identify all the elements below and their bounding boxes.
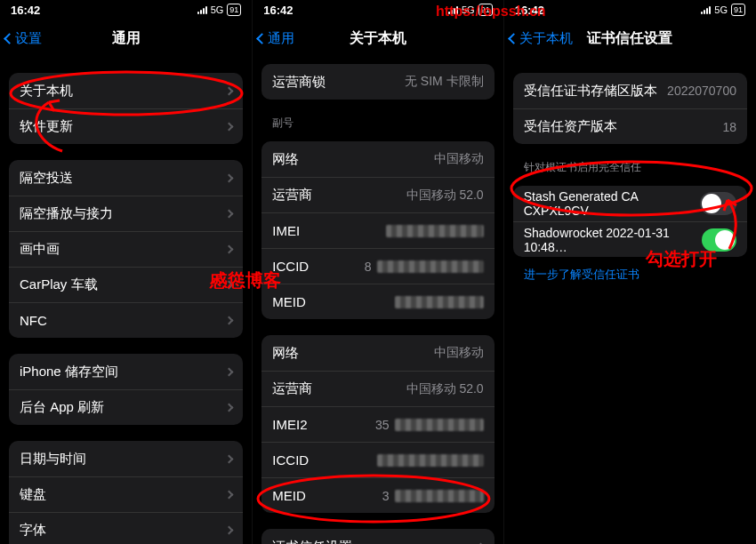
row-iccid[interactable]: ICCID8	[261, 248, 494, 284]
row-label: 受信任资产版本	[524, 118, 617, 135]
row-label: 网络	[272, 151, 299, 168]
row-fonts[interactable]: 字体	[9, 512, 243, 544]
chevron-right-icon	[225, 526, 234, 535]
row-nfc[interactable]: NFC	[9, 302, 243, 338]
row-label: 运营商锁	[272, 74, 326, 91]
row-value: 35	[375, 418, 484, 432]
page-title: 关于本机	[350, 29, 406, 48]
row-carrier-lock[interactable]: 运营商锁 无 SIM 卡限制	[261, 64, 494, 100]
section-header-sim2: 副号	[253, 100, 503, 134]
row-storage[interactable]: iPhone 储存空间	[9, 354, 243, 389]
row-about[interactable]: 关于本机	[9, 73, 243, 108]
row-background-refresh[interactable]: 后台 App 刷新	[9, 389, 243, 425]
back-button[interactable]: 关于本机	[510, 30, 573, 47]
row-value: 中国移动	[434, 345, 484, 361]
row-pip[interactable]: 画中画	[9, 231, 243, 267]
group-sim2: 网络中国移动 运营商中国移动 52.0 IMEI235 ICCID MEID3	[261, 335, 494, 513]
chevron-right-icon	[225, 316, 234, 325]
group-system: 日期与时间 键盘 字体 语言与地区 词典	[9, 441, 243, 544]
redacted-value	[377, 260, 484, 273]
back-button[interactable]: 通用	[258, 30, 294, 47]
redacted-value	[386, 225, 484, 237]
switch-stash-ca[interactable]	[700, 192, 736, 215]
row-label: IMEI2	[272, 417, 307, 432]
back-button[interactable]: 设置	[5, 30, 42, 47]
row-value: 无 SIM 卡限制	[405, 74, 484, 90]
chevron-right-icon	[225, 123, 234, 132]
group-trust-info: 受信任证书存储区版本 2022070700 受信任资产版本 18	[513, 73, 747, 144]
signal-icon	[701, 5, 711, 14]
nav-bar: 通用 关于本机	[253, 20, 503, 57]
screen-general: 16:42 5G 91 设置 通用 关于本机 软件更新	[0, 0, 252, 544]
row-label: 键盘	[20, 486, 46, 503]
row-meid-2[interactable]: MEID3	[261, 477, 494, 513]
learn-more-link[interactable]: 进一步了解受信任证书	[524, 268, 639, 281]
row-trust-store-version: 受信任证书存储区版本 2022070700	[513, 73, 747, 108]
status-bar: 16:42 5G 91	[253, 0, 503, 20]
row-datetime[interactable]: 日期与时间	[9, 441, 243, 476]
row-meid[interactable]: MEID	[261, 284, 494, 319]
chevron-right-icon	[225, 404, 234, 412]
chevron-right-icon	[225, 173, 234, 182]
row-software-update[interactable]: 软件更新	[9, 108, 243, 144]
row-network-2[interactable]: 网络中国移动	[261, 335, 494, 371]
row-carrier[interactable]: 运营商中国移动 52.0	[261, 177, 494, 212]
redacted-value	[377, 454, 484, 467]
nav-bar: 设置 通用	[0, 20, 252, 57]
row-imei[interactable]: IMEI	[261, 212, 494, 248]
row-value: 8	[365, 260, 484, 274]
row-cert-shadowrocket[interactable]: Shadowrocket 2022-01-31 10:48…	[513, 221, 747, 257]
row-airplay[interactable]: 隔空播放与接力	[9, 196, 243, 231]
row-value	[372, 454, 484, 467]
back-label: 设置	[15, 30, 42, 47]
chevron-right-icon	[225, 454, 234, 463]
row-cert-stash[interactable]: Stash Generated CA CXPXL9CV	[513, 186, 747, 221]
signal-icon	[448, 5, 458, 14]
group-sim1: 网络中国移动 运营商中国移动 52.0 IMEI ICCID8 MEID	[261, 141, 494, 319]
group-about: 关于本机 软件更新	[9, 73, 243, 144]
status-time: 16:42	[515, 4, 544, 17]
page-title: 通用	[112, 29, 141, 48]
cert-label: Stash Generated CA CXPXL9CV	[524, 189, 701, 218]
chevron-left-icon	[256, 33, 268, 44]
back-label: 通用	[268, 30, 294, 47]
row-keyboard[interactable]: 键盘	[9, 476, 243, 512]
row-value: 中国移动	[434, 151, 484, 167]
battery-icon: 91	[227, 4, 241, 16]
link-learn-more[interactable]: 进一步了解受信任证书	[504, 257, 756, 292]
row-label: ICCID	[272, 452, 309, 468]
battery-icon: 91	[731, 4, 745, 16]
group-root-certs: Stash Generated CA CXPXL9CV Shadowrocket…	[513, 186, 747, 257]
row-label: 画中画	[20, 241, 60, 258]
row-label: IMEI	[272, 223, 300, 238]
status-time: 16:42	[263, 4, 293, 17]
chevron-right-icon	[225, 491, 234, 500]
row-network[interactable]: 网络中国移动	[261, 141, 494, 177]
row-label: MEID	[272, 488, 306, 503]
row-iccid-2[interactable]: ICCID	[261, 442, 494, 477]
row-trust-asset-version: 受信任资产版本 18	[513, 108, 747, 144]
chevron-left-icon	[508, 33, 519, 44]
back-label: 关于本机	[519, 30, 573, 47]
switch-shadowrocket-ca[interactable]	[702, 228, 736, 252]
row-cert-trust[interactable]: 证书信任设置	[261, 529, 494, 544]
page-title: 证书信任设置	[587, 29, 672, 48]
chevron-right-icon	[225, 210, 234, 219]
row-label: 受信任证书存储区版本	[524, 83, 657, 100]
chevron-right-icon	[225, 281, 234, 290]
redacted-value	[395, 419, 484, 431]
row-carrier-2[interactable]: 运营商中国移动 52.0	[261, 371, 494, 406]
row-label: 隔空投送	[20, 170, 73, 187]
redacted-value	[395, 490, 484, 502]
status-bar: 16:42 5G 91	[504, 0, 756, 20]
row-value: 中国移动 52.0	[406, 381, 484, 397]
signal-icon	[197, 5, 207, 14]
chevron-right-icon	[225, 245, 234, 254]
row-label: 关于本机	[20, 83, 73, 100]
screen-cert-trust: 16:42 5G 91 关于本机 证书信任设置 受信任证书存储区版本 20220…	[504, 0, 756, 544]
row-imei2[interactable]: IMEI235	[261, 406, 494, 442]
row-airdrop[interactable]: 隔空投送	[9, 160, 243, 196]
row-value: 2022070700	[667, 84, 736, 98]
row-label: 网络	[272, 345, 299, 362]
row-carplay[interactable]: CarPlay 车载	[9, 267, 243, 302]
